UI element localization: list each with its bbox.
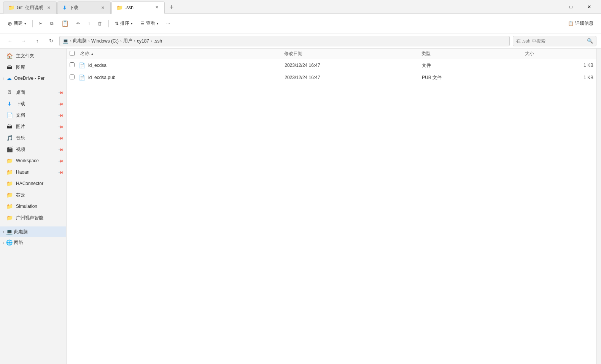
- details-icon: 📋: [568, 21, 574, 26]
- guangzhou-icon: 📁: [6, 215, 13, 221]
- documents-pin-icon: 📌: [58, 112, 64, 118]
- tab-ssh[interactable]: 📁 .ssh ✕: [111, 2, 165, 14]
- sidebar-item-haoan[interactable]: 📁 Haoan 📌: [0, 166, 66, 178]
- sidebar-item-xinyun[interactable]: 📁 芯云: [0, 189, 66, 201]
- sidebar-item-home[interactable]: 🏠 主文件夹: [0, 50, 66, 62]
- sidebar-label-home: 主文件夹: [16, 53, 63, 59]
- sidebar-item-videos[interactable]: 🎬 视频 📌: [0, 144, 66, 155]
- tab-git-close[interactable]: ✕: [46, 5, 52, 11]
- col-date[interactable]: 修改日期: [283, 49, 420, 59]
- more-button[interactable]: ···: [163, 19, 173, 28]
- workspace-pin-icon: 📌: [58, 158, 64, 164]
- sidebar-item-desktop[interactable]: 🖥 桌面 📌: [0, 87, 66, 98]
- header-checkbox[interactable]: [70, 51, 79, 57]
- breadcrumb[interactable]: 💻 › 此电脑 › Windows (C:) › 用户 › cy187 › .s…: [59, 36, 510, 46]
- col-name-label: 名称: [80, 51, 89, 57]
- back-button[interactable]: ←: [5, 36, 15, 46]
- sidebar-item-downloads[interactable]: ⬇ 下载 📌: [0, 98, 66, 109]
- new-tab-button[interactable]: +: [165, 2, 178, 14]
- home-icon: 🏠: [6, 53, 13, 59]
- breadcrumb-pc[interactable]: 此电脑: [73, 38, 87, 44]
- table-row[interactable]: 📄 id_ecdsa.pub 2023/12/24 16:47 PUB 文件 1…: [67, 71, 596, 84]
- view-icon: ☰: [140, 21, 145, 26]
- tab-downloads[interactable]: ⬇ 下载 ✕: [57, 2, 111, 14]
- up-button[interactable]: ↑: [32, 36, 43, 46]
- sidebar-item-guangzhou[interactable]: 📁 广州视声智能: [0, 212, 66, 223]
- view-button[interactable]: ☰ 查看 ▾: [137, 18, 162, 29]
- cut-button[interactable]: ✂: [36, 19, 46, 28]
- close-button[interactable]: ✕: [580, 1, 598, 13]
- search-input[interactable]: [516, 38, 585, 44]
- breadcrumb-pc-icon: 💻: [63, 38, 68, 44]
- row2-checkbox[interactable]: [70, 74, 79, 81]
- toolbar-sep-1: [32, 20, 33, 27]
- row2-name: 📄 id_ecdsa.pub: [79, 74, 285, 81]
- sort-dropdown-icon: ▾: [131, 22, 133, 25]
- col-name-sort-icon: ▲: [91, 52, 94, 56]
- delete-icon: 🗑: [98, 21, 102, 26]
- new-dropdown-icon: ▾: [24, 22, 26, 25]
- breadcrumb-users[interactable]: 用户: [123, 38, 132, 44]
- refresh-button[interactable]: ↻: [46, 36, 56, 46]
- file-header: 名称 ▲ 修改日期 类型 大小: [67, 49, 596, 59]
- mypc-icon: 💻: [6, 229, 13, 235]
- maximize-button[interactable]: □: [562, 1, 580, 13]
- new-label: 新建: [14, 20, 23, 27]
- sidebar-item-workspace[interactable]: 📁 Workspace 📌: [0, 155, 66, 166]
- main-area: 🏠 主文件夹 🏔 图库 › ☁ OneDrive - Per 🖥 桌面 📌 ⬇ …: [0, 49, 601, 364]
- sidebar-item-simulation[interactable]: 📁 Simulation: [0, 201, 66, 212]
- pictures-pin-icon: 📌: [58, 123, 64, 130]
- sort-button[interactable]: ⇅ 排序 ▾: [112, 18, 136, 29]
- tab-downloads-label: 下载: [69, 5, 97, 11]
- sidebar-label-gallery: 图库: [16, 64, 63, 71]
- sidebar-item-gallery[interactable]: 🏔 图库: [0, 62, 66, 73]
- breadcrumb-user[interactable]: cy187: [137, 38, 149, 44]
- downloads-icon: ⬇: [6, 101, 13, 107]
- sidebar-label-xinyun: 芯云: [16, 192, 63, 198]
- sidebar-label-documents: 文档: [16, 112, 56, 119]
- music-pin-icon: 📌: [58, 135, 64, 141]
- paste-icon: 📋: [61, 20, 69, 27]
- forward-button[interactable]: →: [18, 36, 29, 46]
- new-button[interactable]: ⊕ 新建 ▾: [5, 18, 29, 29]
- tabs-area: 📁 Git_使用说明 ✕ ⬇ 下载 ✕ 📁 .ssh ✕ +: [3, 0, 544, 14]
- sidebar-group-mypc[interactable]: › 💻 此电脑: [0, 226, 66, 237]
- sidebar-item-haconnector[interactable]: 📁 HAConnector: [0, 178, 66, 189]
- delete-button[interactable]: 🗑: [95, 19, 105, 28]
- file2-name: id_ecdsa.pub: [88, 75, 115, 80]
- table-row[interactable]: 📄 id_ecdsa 2023/12/24 16:47 文件 1 KB: [67, 59, 596, 71]
- sidebar-group-network[interactable]: › 🌐 网络: [0, 237, 66, 248]
- tab-downloads-close[interactable]: ✕: [100, 5, 106, 11]
- onedrive-icon: ☁: [6, 75, 13, 81]
- music-icon: 🎵: [6, 135, 13, 141]
- details-button[interactable]: 📋 详细信息: [565, 18, 596, 29]
- rename-button[interactable]: ✏: [73, 19, 83, 28]
- share-button[interactable]: ↑: [85, 19, 93, 28]
- sidebar-label-onedrive: OneDrive - Per: [14, 76, 65, 81]
- col-type-label: 类型: [421, 51, 431, 57]
- tab-ssh-label: .ssh: [125, 5, 151, 10]
- minimize-button[interactable]: ─: [544, 1, 561, 13]
- row1-checkbox[interactable]: [70, 62, 79, 68]
- sidebar-label-network: 网络: [14, 239, 65, 246]
- paste-button[interactable]: 📋: [58, 17, 72, 29]
- toolbar-end: 📋 详细信息: [565, 18, 596, 29]
- breadcrumb-drive[interactable]: Windows (C:): [91, 38, 119, 44]
- sidebar-item-documents[interactable]: 📄 文档 📌: [0, 109, 66, 121]
- col-size[interactable]: 大小: [523, 49, 593, 59]
- col-name[interactable]: 名称 ▲: [79, 49, 283, 59]
- sidebar-item-music[interactable]: 🎵 音乐 📌: [0, 132, 66, 144]
- sidebar-group-onedrive[interactable]: › ☁ OneDrive - Per: [0, 73, 66, 84]
- copy-button[interactable]: ⧉: [47, 19, 57, 28]
- haoan-icon: 📁: [6, 169, 13, 175]
- col-type[interactable]: 类型: [420, 49, 523, 59]
- search-box[interactable]: 🔍: [513, 36, 596, 46]
- tab-ssh-close[interactable]: ✕: [154, 5, 160, 11]
- breadcrumb-ssh[interactable]: .ssh: [154, 38, 162, 44]
- right-panel: [596, 49, 601, 364]
- network-expand-icon: ›: [3, 241, 4, 245]
- sidebar-item-pictures[interactable]: 🏔 图片 📌: [0, 121, 66, 132]
- tab-git[interactable]: 📁 Git_使用说明 ✕: [3, 2, 57, 14]
- select-all-checkbox[interactable]: [70, 51, 75, 56]
- sidebar-div-2: [0, 223, 66, 226]
